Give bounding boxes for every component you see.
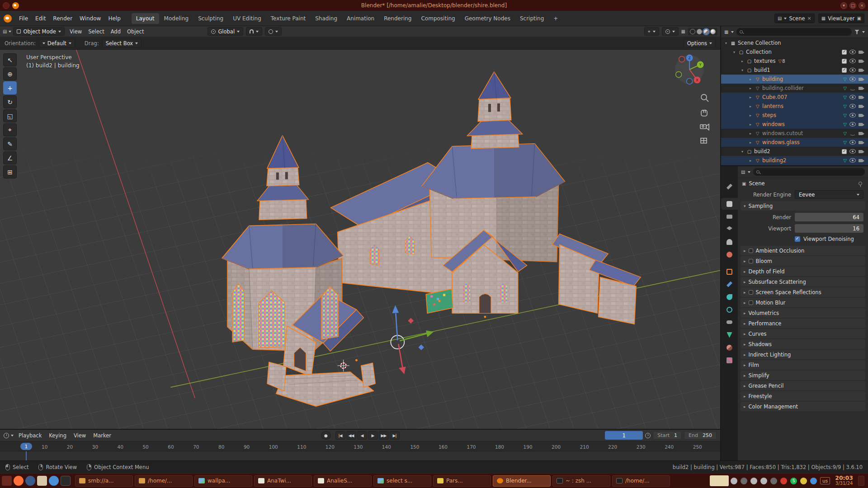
launcher-mail[interactable] (25, 476, 35, 486)
disable-render-icon[interactable] (859, 58, 865, 64)
hide-eye-icon[interactable] (849, 67, 856, 73)
expand-arrow-icon[interactable] (748, 113, 753, 117)
disable-render-icon[interactable] (859, 149, 865, 154)
timeline-menu[interactable]: Marker (90, 432, 114, 440)
taskbar-window-button[interactable]: select s... (373, 475, 431, 487)
blender-app-menu-icon[interactable] (4, 14, 12, 23)
solid-shading-icon[interactable] (697, 29, 702, 34)
move-gizmo[interactable] (391, 305, 434, 374)
show-desktop-button[interactable] (858, 476, 864, 486)
section-checkbox[interactable] (749, 290, 753, 295)
timeline-menu[interactable]: Keying (46, 432, 70, 440)
outliner-search-input[interactable] (745, 29, 849, 35)
workspace-tab[interactable]: + (549, 13, 562, 24)
outliner-row[interactable]: build1 (721, 66, 868, 75)
tool-add-cube[interactable]: ⊞ (3, 165, 17, 178)
outliner-row[interactable]: building (721, 75, 868, 84)
properties-editor-icon[interactable]: ▤ (741, 169, 745, 174)
building2-mesh[interactable] (331, 72, 641, 324)
material-preview-icon[interactable] (703, 29, 709, 34)
timeline-track[interactable] (0, 451, 720, 460)
tab-scene[interactable] (721, 236, 738, 248)
steps-mesh[interactable] (267, 362, 376, 406)
outliner-row[interactable]: windows.cutout (721, 129, 868, 138)
outliner-row[interactable]: Collection (721, 47, 868, 56)
properties-section-header[interactable]: Curves (741, 329, 865, 338)
hide-eye-icon[interactable] (849, 103, 856, 109)
denoising-checkbox[interactable] (795, 236, 800, 242)
disable-render-icon[interactable] (859, 94, 865, 100)
exclude-checkbox[interactable] (842, 68, 847, 73)
current-frame-field[interactable]: 1 (605, 431, 643, 440)
tray-volume[interactable] (760, 478, 767, 484)
hide-eye-icon[interactable] (849, 49, 856, 55)
taskbar-window-button[interactable]: Blender... (493, 475, 551, 487)
move-view-hand-icon[interactable] (701, 110, 707, 116)
workspace-tab[interactable]: Sculpting (193, 13, 228, 24)
tab-tool[interactable] (721, 181, 738, 192)
navigation-gizmo[interactable]: Z Y X (675, 54, 704, 84)
expand-arrow-icon[interactable] (740, 68, 745, 72)
jump-to-end-button[interactable]: ▶| (390, 431, 400, 440)
tool-select-box[interactable]: ↖ (3, 53, 17, 66)
viewlayer-selector[interactable]: ▦ ViewLayer ▣ (818, 14, 864, 23)
tray-notifications[interactable] (780, 478, 787, 484)
exclude-checkbox[interactable] (842, 50, 847, 55)
outliner-row[interactable]: windows (721, 120, 868, 129)
render-engine-dropdown[interactable]: Eevee (795, 190, 863, 199)
hide-eye-icon[interactable] (849, 76, 856, 82)
disable-render-icon[interactable] (859, 122, 865, 127)
playhead-line[interactable] (26, 451, 27, 460)
expand-arrow-icon[interactable] (748, 141, 753, 145)
hide-eye-icon[interactable] (849, 149, 856, 155)
tab-object[interactable] (721, 266, 738, 277)
expand-arrow-icon[interactable] (740, 59, 745, 63)
tab-view-layer[interactable] (721, 223, 738, 235)
gizmos-toggle[interactable]: ⌖ (644, 27, 659, 36)
sampling-render-field[interactable]: 64 (795, 213, 863, 221)
tab-world[interactable] (721, 249, 738, 260)
expand-arrow-icon[interactable] (732, 50, 736, 54)
tray-messages[interactable] (810, 478, 817, 484)
tab-modifiers[interactable] (721, 278, 738, 290)
prev-keyframe-button[interactable]: ◀◀ (346, 431, 356, 440)
outliner-search[interactable] (736, 28, 852, 36)
disable-render-icon[interactable] (859, 85, 865, 91)
new-viewlayer-icon[interactable]: ▣ (857, 16, 861, 21)
next-keyframe-button[interactable]: ▶▶ (379, 431, 389, 440)
outliner-row[interactable]: lanterns (721, 102, 868, 111)
disable-render-icon[interactable] (859, 49, 865, 55)
outliner-row[interactable]: Cube.007 (721, 93, 868, 102)
disable-render-icon[interactable] (859, 113, 865, 118)
workspace-tab[interactable]: UV Editing (228, 13, 266, 24)
editor-type-icon[interactable]: ▤ (3, 29, 7, 34)
workspace-tab[interactable]: Animation (342, 13, 379, 24)
expand-arrow-icon[interactable] (748, 131, 753, 136)
expand-arrow-icon[interactable] (748, 159, 753, 163)
filter-icon[interactable] (854, 30, 859, 34)
properties-search[interactable] (753, 168, 865, 176)
properties-section-header[interactable]: Depth of Field (741, 267, 865, 276)
taskbar-window-button[interactable]: ~ : zsh ... (552, 475, 610, 487)
autokey-button[interactable]: ● (321, 431, 331, 440)
taskbar-window-button[interactable]: /home/... (135, 475, 193, 487)
disable-render-icon[interactable] (859, 140, 865, 145)
timeline-editor-icon[interactable] (4, 433, 9, 438)
window-titlebar[interactable]: Blender* [/home/amalie/Desktop/blender/s… (0, 0, 868, 11)
tool-move[interactable]: + (3, 81, 17, 94)
tab-texture[interactable] (721, 354, 738, 366)
maximize-button[interactable]: □ (849, 2, 856, 9)
expand-arrow-icon[interactable] (724, 41, 728, 45)
properties-search-input[interactable] (762, 169, 862, 175)
expand-arrow-icon[interactable] (748, 122, 753, 127)
workspace-tab[interactable]: Shading (311, 13, 342, 24)
menubar-menu[interactable]: File (15, 14, 32, 23)
tab-physics[interactable] (721, 304, 738, 315)
workspace-tab[interactable]: Scripting (515, 13, 548, 24)
outliner-row[interactable]: steps (721, 111, 868, 120)
properties-section-header[interactable]: Subsurface Scattering (741, 277, 865, 286)
disable-render-icon[interactable] (859, 76, 865, 82)
clock[interactable]: 20:03 3/31/24 (835, 475, 853, 486)
properties-section-header[interactable]: Freestyle (741, 391, 865, 401)
launcher-terminal[interactable] (61, 476, 71, 486)
